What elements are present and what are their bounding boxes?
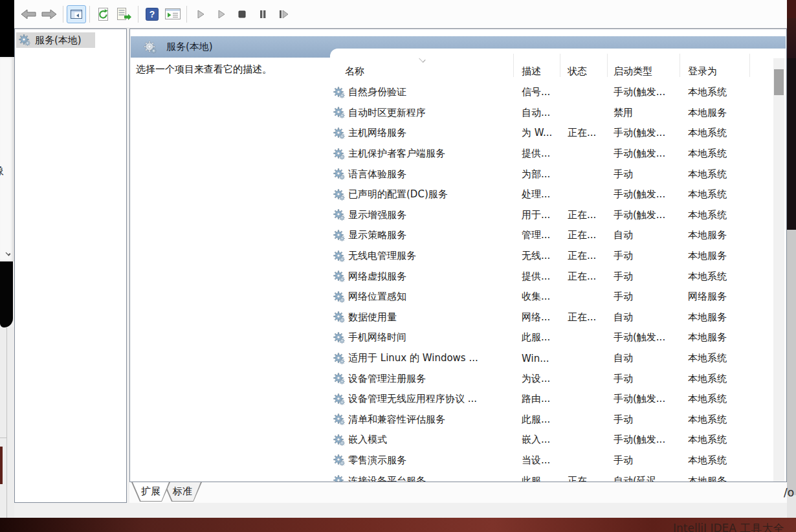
divider bbox=[6, 327, 7, 518]
service-name: 网络位置感知 bbox=[348, 291, 406, 303]
service-name: 显示增强服务 bbox=[348, 209, 406, 221]
service-startup-type: 手动(触发... bbox=[614, 86, 688, 98]
table-row[interactable]: 网络虚拟服务提供...正在...手动本地系统 bbox=[330, 266, 773, 287]
service-startup-type: 手动(触发... bbox=[614, 331, 688, 344]
service-name-cell: 网络虚拟服务 bbox=[330, 271, 522, 283]
table-header: 名称 描述 状态 启动类型 登录为 bbox=[330, 49, 773, 82]
forward-button[interactable] bbox=[39, 4, 60, 25]
service-name: 嵌入模式 bbox=[348, 434, 387, 446]
resume-service-button[interactable] bbox=[211, 4, 232, 25]
service-name: 语言体验服务 bbox=[348, 168, 406, 181]
service-name: 显示策略服务 bbox=[348, 229, 406, 241]
scrollbar-thumb[interactable] bbox=[774, 69, 784, 95]
service-name-cell: 已声明的配置(DC)服务 bbox=[330, 188, 522, 201]
service-gear-icon bbox=[333, 168, 346, 180]
stop-service-button[interactable] bbox=[232, 4, 252, 25]
table-row[interactable]: 清单和兼容性评估服务此服...手动本地系统 bbox=[330, 410, 773, 430]
start-service-button[interactable] bbox=[190, 4, 211, 25]
service-description: 嵌入... bbox=[522, 434, 568, 446]
table-row[interactable]: 数据使用量网络...正在...自动本地服务 bbox=[330, 307, 773, 328]
service-logon-as: 本地系统 bbox=[688, 188, 773, 201]
service-startup-type: 自动 bbox=[614, 311, 688, 324]
service-description: 为 W... bbox=[522, 127, 568, 139]
table-row[interactable]: 设备管理无线应用程序协议 ...路由...手动(触发...本地系统 bbox=[330, 389, 773, 410]
restart-service-button[interactable] bbox=[273, 4, 294, 25]
service-logon-as: 本地系统 bbox=[688, 168, 773, 181]
vertical-scrollbar[interactable] bbox=[773, 58, 784, 482]
service-startup-type: 手动 bbox=[614, 250, 688, 262]
background-text-fragment: /o bbox=[784, 486, 794, 499]
service-description: 为设... bbox=[522, 373, 568, 385]
service-gear-icon bbox=[333, 414, 346, 425]
resume-service-icon bbox=[216, 9, 227, 19]
service-logon-as: 本地系统 bbox=[688, 352, 773, 364]
service-gear-icon bbox=[333, 454, 346, 466]
table-row[interactable]: 自动时区更新程序自动...禁用本地服务 bbox=[330, 103, 773, 124]
table-row[interactable]: 适用于 Linux 的 Windows ...Win...自动本地系统 bbox=[330, 348, 773, 369]
service-gear-icon bbox=[333, 373, 346, 384]
help-button[interactable]: ? bbox=[142, 4, 162, 25]
table-row[interactable]: 显示增强服务用于...正在...手动(触发...本地系统 bbox=[330, 205, 773, 226]
table-row[interactable]: 显示策略服务管理...正在...自动本地服务 bbox=[330, 225, 773, 246]
service-name-cell: 自然身份验证 bbox=[330, 86, 522, 98]
pause-service-icon bbox=[258, 9, 268, 19]
service-startup-type: 手动 bbox=[614, 454, 688, 467]
service-name: 零售演示服务 bbox=[348, 454, 406, 467]
svg-text:?: ? bbox=[149, 9, 155, 19]
service-status: 正在... bbox=[568, 229, 614, 241]
service-startup-type: 手动 bbox=[614, 414, 688, 426]
show-console-tree-icon bbox=[71, 10, 82, 19]
service-logon-as: 本地系统 bbox=[688, 414, 773, 426]
column-header-logon-as[interactable]: 登录为 bbox=[688, 65, 773, 78]
services-list: 名称 描述 状态 启动类型 登录为 自然身份验证信号...手动(触发...本地系… bbox=[330, 49, 786, 482]
column-divider bbox=[560, 54, 560, 77]
service-name: 自然身份验证 bbox=[348, 86, 406, 98]
background-panel-edge bbox=[0, 327, 14, 518]
service-startup-type: 手动(触发... bbox=[614, 148, 688, 160]
service-description: 此服... bbox=[522, 331, 568, 344]
table-row[interactable]: 手机网络时间此服...手动(触发...本地服务 bbox=[330, 327, 773, 348]
tab-extended[interactable]: 扩展 bbox=[131, 482, 170, 502]
sidebar-item-services-local[interactable]: 服务(本地) bbox=[16, 32, 95, 48]
table-row[interactable]: 零售演示服务当设...手动本地系统 bbox=[330, 450, 773, 471]
service-name: 数据使用量 bbox=[348, 311, 397, 324]
service-status: 正在... bbox=[568, 311, 614, 324]
service-logon-as: 本地系统 bbox=[688, 434, 773, 446]
table-row[interactable]: 嵌入模式嵌入...手动(触发...本地系统 bbox=[330, 430, 773, 450]
table-row[interactable]: 已声明的配置(DC)服务处理...手动(触发...本地系统 bbox=[330, 184, 773, 205]
table-row[interactable]: 主机网络服务为 W...正在...手动(触发...本地系统 bbox=[330, 123, 773, 144]
table-row[interactable]: 连接设备平台服务此服...正在...自动(延迟...本地服务 bbox=[330, 471, 773, 482]
divider bbox=[0, 438, 6, 438]
service-startup-type: 禁用 bbox=[614, 107, 688, 119]
column-header-startup-type[interactable]: 启动类型 bbox=[614, 65, 688, 78]
services-main-panel: 服务(本地) 选择一个项目来查看它的描述。 名称 描述 状态 启动类型 登录为 … bbox=[129, 28, 787, 482]
column-header-description[interactable]: 描述 bbox=[522, 65, 568, 78]
back-button[interactable] bbox=[18, 4, 39, 25]
show-console-tree-button[interactable] bbox=[67, 5, 86, 23]
service-logon-as: 本地系统 bbox=[688, 393, 773, 405]
export-list-button[interactable] bbox=[114, 4, 135, 25]
service-rows: 自然身份验证信号...手动(触发...本地系统自动时区更新程序自动...禁用本地… bbox=[330, 82, 773, 482]
toolbar-separator bbox=[63, 6, 63, 23]
service-name-cell: 显示增强服务 bbox=[330, 209, 522, 221]
service-logon-as: 本地服务 bbox=[688, 311, 773, 324]
service-gear-icon bbox=[333, 87, 346, 98]
chevron-down-icon bbox=[6, 251, 11, 256]
table-row[interactable]: 设备管理注册服务为设...手动本地系统 bbox=[330, 368, 773, 389]
table-row[interactable]: 无线电管理服务无线...正在...手动本地服务 bbox=[330, 246, 773, 267]
service-name: 主机保护者客户端服务 bbox=[348, 148, 445, 160]
table-row[interactable]: 语言体验服务为部...手动本地系统 bbox=[330, 164, 773, 184]
service-startup-type: 手动(触发... bbox=[614, 434, 688, 446]
console-tree-panel: 服务(本地) bbox=[14, 28, 127, 503]
service-name: 清单和兼容性评估服务 bbox=[348, 414, 445, 426]
table-row[interactable]: 自然身份验证信号...手动(触发...本地系统 bbox=[330, 82, 773, 103]
table-row[interactable]: 主机保护者客户端服务提供...手动(触发...本地系统 bbox=[330, 144, 773, 164]
description-hint: 选择一个项目来查看它的描述。 bbox=[136, 63, 272, 76]
show-action-pane-button[interactable] bbox=[162, 4, 183, 25]
table-row[interactable]: 网络位置感知收集...手动网络服务 bbox=[330, 287, 773, 307]
service-name-cell: 零售演示服务 bbox=[330, 454, 522, 467]
service-startup-type: 手动 bbox=[614, 291, 688, 303]
refresh-button[interactable] bbox=[93, 4, 114, 25]
column-header-name[interactable]: 名称 bbox=[330, 65, 522, 78]
pause-service-button[interactable] bbox=[252, 4, 273, 25]
